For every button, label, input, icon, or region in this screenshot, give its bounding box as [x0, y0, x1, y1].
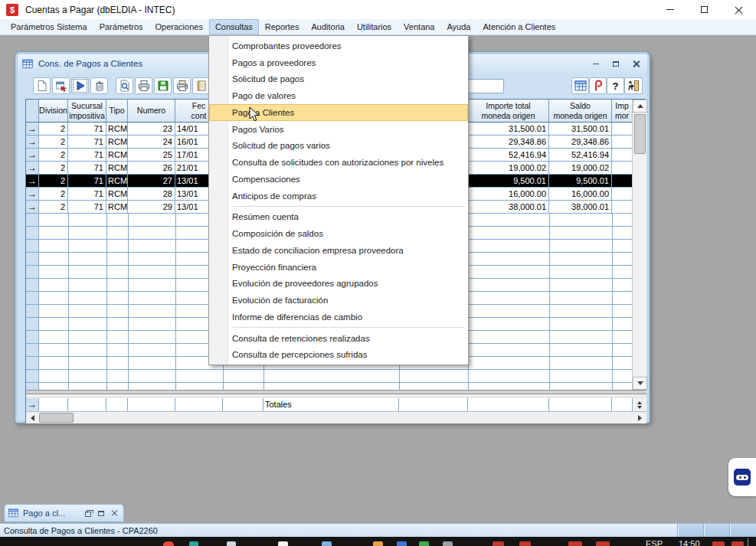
horizontal-scrollbar[interactable]	[26, 411, 646, 423]
scroll-right-button[interactable]	[633, 412, 646, 423]
dropdown-menu-item[interactable]: Pago a Clientes	[209, 104, 468, 121]
dropdown-menu-item[interactable]: Solicitud de pagos varios	[209, 138, 468, 155]
audit-log-button[interactable]	[192, 77, 210, 94]
dropdown-menu-item[interactable]: Pagos Varios	[209, 121, 468, 138]
menu-bar-item[interactable]: Ayuda	[440, 19, 476, 34]
restore-icon[interactable]	[85, 512, 91, 517]
app-minimize-button[interactable]	[653, 0, 687, 19]
dropdown-menu-item[interactable]: Pago de valores	[209, 87, 468, 104]
column-header[interactable]: Numero	[128, 100, 175, 122]
minimize-icon	[666, 9, 674, 10]
menu-bar-item[interactable]: Parámetros Sistema	[5, 19, 93, 34]
dropdown-menu-item[interactable]: Estado de conciliacion empresa proveedor…	[209, 242, 468, 259]
dropdown-menu-item[interactable]: Proyección financiera	[209, 259, 468, 276]
minimized-window[interactable]: Pago a cl...	[4, 504, 124, 522]
menu-bar-item[interactable]: Reportes	[259, 19, 306, 34]
report-button[interactable]	[589, 77, 607, 94]
maximize-icon[interactable]	[98, 511, 104, 516]
column-header[interactable]: Saldo moneda origen	[549, 100, 612, 122]
minimize-icon	[593, 64, 599, 64]
dropdown-menu-item[interactable]: Composición de saldos	[209, 225, 468, 242]
taskbar-icon[interactable]	[493, 541, 504, 546]
vertical-scrollbar[interactable]	[632, 100, 646, 390]
taskbar-icon[interactable]	[163, 541, 174, 546]
taskbar-icon[interactable]	[568, 541, 582, 546]
column-header[interactable]	[26, 100, 39, 122]
dropdown-menu-item[interactable]: Comprobantes proveedores	[209, 38, 468, 54]
dropdown-menu-item-label: Anticipos de compras	[232, 191, 316, 201]
status-text: Consulta de Pagos a Clientes - CPA2260	[4, 526, 158, 535]
child-close-button[interactable]	[630, 58, 641, 69]
menu-bar-item[interactable]: Atención a Clientes	[476, 19, 561, 34]
cell-tipo: RCM	[106, 149, 128, 161]
totals-label: Totales	[263, 398, 399, 411]
app-close-button[interactable]	[722, 0, 756, 19]
taskbar-icon[interactable]	[443, 541, 453, 546]
dropdown-menu-item[interactable]: Evolución de facturación	[209, 292, 468, 309]
menu-bar-item[interactable]: Utilitarios	[351, 19, 398, 34]
column-header[interactable]: Tipo	[106, 100, 128, 122]
screen: $ Cuentas a Pagar (dbELDIA - INTEC) Pará…	[0, 0, 756, 546]
menu-bar-item[interactable]: Auditoria	[305, 19, 350, 34]
menu-bar-item[interactable]: Consultas	[209, 19, 259, 34]
menu-bar-item[interactable]: Ventana	[398, 19, 440, 34]
exit-button[interactable]	[624, 77, 643, 94]
run-query-button[interactable]	[71, 77, 89, 94]
taskbar-icon[interactable]	[227, 541, 236, 546]
taskbar-icon[interactable]	[731, 541, 744, 546]
dropdown-menu-item[interactable]: Consulta de solicitudes con autorizacion…	[209, 154, 468, 171]
row-marker: →	[26, 201, 39, 213]
dropdown-menu-item[interactable]: Resúmen cuenta	[209, 209, 468, 226]
teamviewer-panel-tab[interactable]	[728, 458, 756, 496]
form-properties-button[interactable]	[52, 77, 70, 94]
horizontal-scroll-thumb[interactable]	[39, 413, 74, 423]
taskbar-icon[interactable]	[322, 541, 332, 546]
dropdown-menu-item[interactable]: Informe de diferencias de cambio	[209, 309, 468, 325]
scroll-left-button[interactable]	[26, 412, 39, 423]
scroll-up-button[interactable]	[633, 100, 647, 113]
print-setup-button[interactable]	[173, 77, 191, 94]
taskbar-icon[interactable]	[189, 541, 198, 546]
scroll-down-button[interactable]	[633, 377, 647, 390]
close-icon[interactable]	[111, 510, 117, 516]
column-header[interactable]: Imp mor	[612, 100, 632, 122]
print-button[interactable]	[135, 77, 152, 94]
child-minimize-button[interactable]	[591, 58, 601, 69]
dropdown-menu-item[interactable]: Consulta de percepciones sufridas	[209, 347, 468, 364]
dropdown-menu-item[interactable]: Consulta de retenciones realizadas	[209, 330, 468, 347]
arrow-marker-icon: →	[28, 162, 37, 173]
help-button[interactable]: ?	[607, 77, 624, 94]
menu-bar-item[interactable]: Parámetros	[93, 19, 149, 34]
grid-view-button[interactable]	[571, 77, 589, 94]
taskbar-language[interactable]: ESP	[646, 539, 663, 546]
taskbar-icon[interactable]	[712, 541, 725, 546]
dropdown-menu-item[interactable]: Evolución de proveedores agrupados	[209, 276, 468, 293]
column-header[interactable]: Importe total moneda origen	[468, 100, 549, 122]
new-document-button[interactable]	[33, 77, 51, 94]
save-button[interactable]	[154, 77, 172, 94]
menu-bar-item-label: Parámetros	[100, 22, 143, 31]
app-maximize-button[interactable]	[687, 0, 722, 19]
dropdown-menu-item[interactable]: Pagos a proveedores	[209, 54, 468, 71]
totals-spinner[interactable]	[632, 398, 646, 411]
child-maximize-button[interactable]	[610, 58, 621, 69]
print-preview-button[interactable]	[116, 77, 133, 94]
minimized-window-title: Pago a cl...	[23, 508, 85, 518]
taskbar-icon[interactable]	[419, 541, 429, 546]
delete-button[interactable]	[90, 77, 108, 94]
column-header[interactable]: Division	[39, 100, 68, 122]
column-header[interactable]: Sucursal impositiva	[68, 100, 106, 122]
taskbar-icon[interactable]	[596, 541, 610, 546]
taskbar-icon[interactable]	[519, 541, 531, 546]
column-header-label: Saldo moneda origen	[553, 101, 607, 119]
dropdown-menu-item[interactable]: Solicitud de pagos	[209, 71, 468, 88]
taskbar-icon[interactable]	[397, 541, 407, 546]
dropdown-menu-item[interactable]: Compensaciones	[209, 171, 468, 188]
vertical-scroll-thumb[interactable]	[634, 114, 646, 154]
taskbar-icon[interactable]	[278, 541, 288, 546]
menu-bar-item[interactable]: Operaciones	[149, 19, 209, 34]
taskbar-icon[interactable]	[373, 541, 383, 546]
dropdown-menu-item[interactable]: Anticipos de compras	[209, 188, 468, 204]
taskbar-clock[interactable]: 14:50	[679, 539, 700, 546]
cell-numero: 29	[128, 201, 175, 213]
